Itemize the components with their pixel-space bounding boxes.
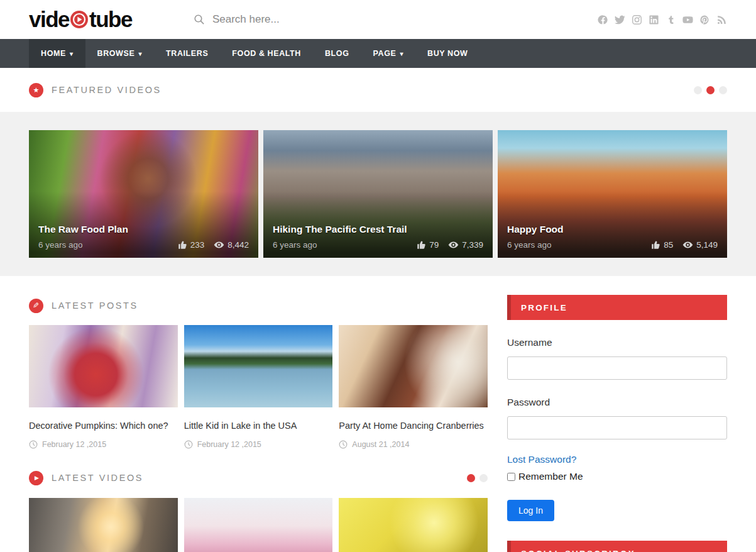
password-label: Password [507,397,727,408]
featured-carousel-dots [694,86,727,94]
login-button[interactable]: Log In [507,500,554,521]
post-card[interactable]: Party At Home Dancing Cranberries August… [339,325,488,449]
nav-item-buy-now[interactable]: BUY NOW [415,39,479,68]
search-input[interactable] [212,13,351,26]
nav-item-trailers[interactable]: TRAILERS [154,39,220,68]
eye-icon [448,240,459,250]
profile-widget-header: PROFILE [507,295,727,320]
rss-icon[interactable] [716,14,727,25]
chevron-down-icon [138,50,142,57]
post-thumbnail [29,325,178,407]
nav-item-blog[interactable]: BLOG [313,39,361,68]
post-title: Decorative Pumpkins: Which one? [29,421,178,431]
thumbs-up-icon [417,240,426,250]
video-age: 6 years ago [273,240,317,250]
video-card[interactable] [339,498,488,552]
chevron-down-icon [400,50,403,57]
eye-icon [214,240,224,250]
remember-me: Remember Me [507,471,727,482]
play-icon [29,471,43,485]
subscribox-widget-header: SOCIAL SUBSCRIBOX [507,541,727,552]
video-thumbnail [184,498,333,552]
like-count: 233 [190,240,205,250]
carousel-dot[interactable] [719,86,727,94]
logo-text-right: tube [89,7,132,32]
thumbs-up-icon [178,240,187,250]
clock-icon [184,440,193,449]
nav-item-food-health[interactable]: FOOD & HEALTH [220,39,313,68]
nav-item-home[interactable]: HOME [29,39,85,68]
latest-posts-header: LATEST POSTS [29,295,488,316]
social-links [598,14,727,25]
latest-videos-grid [29,498,488,552]
thumbs-up-icon [651,240,660,250]
carousel-dot[interactable] [479,474,488,482]
latest-videos-dots [467,474,488,482]
username-field[interactable] [507,356,727,380]
site-logo[interactable]: vide tube [29,7,132,32]
lost-password-link[interactable]: Lost Password? [507,454,576,465]
pinterest-icon[interactable] [699,14,710,25]
tumblr-icon[interactable] [666,14,676,25]
video-age: 6 years ago [507,240,552,250]
search-icon[interactable] [194,14,205,25]
logo-text-left: vide [29,7,69,32]
video-title: Hiking The Pacific Crest Trail [273,224,483,235]
top-header: vide tube [0,0,756,39]
latest-videos-header: LATEST VIDEOS [29,467,488,489]
instagram-icon[interactable] [632,14,642,25]
password-field[interactable] [507,416,727,439]
youtube-icon[interactable] [682,14,693,25]
facebook-icon[interactable] [598,14,608,25]
main-nav: HOME BROWSE TRAILERS FOOD & HEALTH BLOG … [0,39,756,68]
section-title: LATEST VIDEOS [52,473,143,483]
section-title: LATEST POSTS [52,301,138,311]
carousel-dot-active[interactable] [706,86,715,94]
chevron-down-icon [70,50,74,57]
post-card[interactable]: Little Kid in Lake in the USA February 1… [184,325,333,449]
linkedin-icon[interactable] [649,14,659,25]
section-title: FEATURED VIDEOS [52,85,162,95]
video-thumbnail [29,498,178,552]
video-card[interactable] [29,498,178,552]
latest-posts-grid: Decorative Pumpkins: Which one? February… [29,325,488,449]
post-date: February 12 ,2015 [42,440,106,449]
view-count: 5,149 [696,240,718,250]
featured-video-card[interactable]: Happy Food 6 years ago 85 5,149 [498,130,727,258]
pencil-icon [29,299,43,313]
content-column: LATEST POSTS Decorative Pumpkins: Which … [29,295,488,552]
view-count: 7,339 [462,240,483,250]
twitter-icon[interactable] [615,14,625,25]
search-box [194,13,351,26]
featured-video-card[interactable]: Hiking The Pacific Crest Trail 6 years a… [263,130,493,258]
remember-me-label: Remember Me [518,471,583,482]
like-count: 79 [429,240,439,250]
nav-item-page[interactable]: PAGE [361,39,416,68]
video-title: The Raw Food Plan [38,224,249,235]
video-card[interactable] [184,498,333,552]
post-date: August 21 ,2014 [352,440,409,449]
nav-item-browse[interactable]: BROWSE [85,39,154,68]
video-thumbnail [339,498,488,552]
widget-title: PROFILE [521,303,567,312]
clock-icon [339,440,348,449]
post-card[interactable]: Decorative Pumpkins: Which one? February… [29,325,178,449]
video-title: Happy Food [507,224,718,235]
carousel-dot[interactable] [694,86,702,94]
featured-video-card[interactable]: The Raw Food Plan 6 years ago 233 8,442 [29,130,258,258]
carousel-dot-active[interactable] [467,474,475,482]
post-title: Party At Home Dancing Cranberries [339,421,488,431]
username-label: Username [507,337,727,348]
sidebar: PROFILE Username Password Lost Password?… [507,295,727,552]
post-thumbnail [339,325,488,407]
view-count: 8,442 [227,240,249,250]
main-content: LATEST POSTS Decorative Pumpkins: Which … [0,276,756,552]
play-circle-icon [70,10,89,29]
like-count: 85 [664,240,673,250]
remember-me-checkbox[interactable] [507,473,515,481]
featured-videos-header: FEATURED VIDEOS [0,68,756,112]
eye-icon [682,240,693,250]
post-date: February 12 ,2015 [197,440,261,449]
video-age: 6 years ago [38,240,83,250]
post-title: Little Kid in Lake in the USA [184,421,333,431]
